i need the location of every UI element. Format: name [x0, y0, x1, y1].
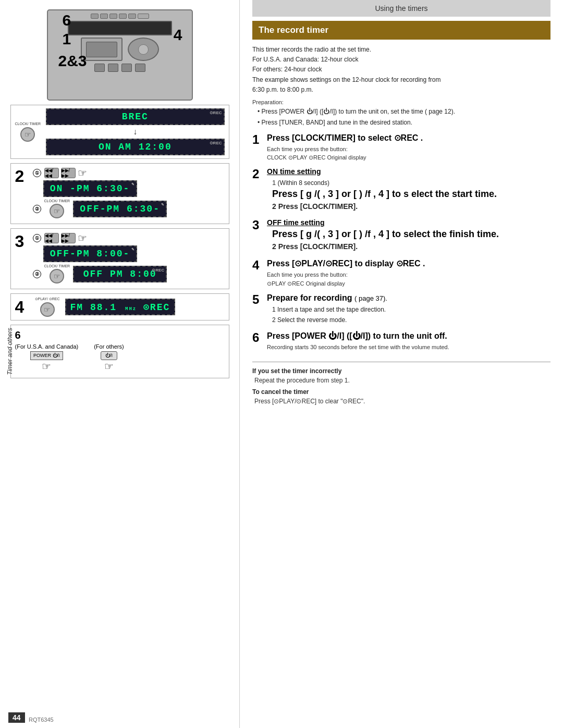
intro-text: This timer records the radio at the set … [252, 45, 550, 95]
next-btn-3: ▶▶/▶▶ [61, 233, 76, 243]
divider-1 [252, 362, 550, 362]
section-title: The record timer [252, 21, 550, 40]
left-step-6-container: 6 (For U.S.A. and Canada) POWER ⏻/I ☞ (F… [10, 325, 229, 378]
display-off-pm-630: OFF-PM 6:30- ✎ [73, 201, 167, 217]
device-num-1: 1 [63, 30, 71, 48]
power-button-usa: POWER ⏻/I [30, 351, 63, 360]
display-off-pm-800a: OFF-PM 8:00- ✎ [43, 245, 137, 262]
left-panel: Timer and others [0, 0, 240, 728]
instruction-step-6: 6 Press [POWER ⏻/I] ([⏻/I]) to turn the … [252, 331, 550, 351]
power-button-others: ⏻/I [101, 351, 117, 360]
step3-circle-2: ② [33, 270, 41, 278]
clock-timer-button-3: CLOCK/ TIMER ☞ [44, 264, 70, 283]
instruction-step-1: 1 Press [CLOCK/TIMER] to select ⊙REC . E… [252, 133, 550, 162]
preparation-section: Preparation: • Press [POWER ⏻/I] ([⏻/I])… [252, 99, 550, 129]
device-illustration: 6 1 4 2&3 [47, 9, 193, 101]
arrow-down-1: ↓ [46, 127, 224, 137]
device-num-23: 2&3 [58, 52, 87, 70]
next-btn-2: ▶▶/▶▶ [61, 168, 76, 178]
header-bar: Using the timers [252, 0, 550, 17]
step3-circle-1: ① [33, 234, 41, 242]
rqt-label: RQT6345 [29, 717, 54, 723]
right-panel: Using the timers The record timer This t… [240, 0, 563, 728]
hand-3a: ☞ [78, 232, 87, 244]
step2-circle-2: ② [33, 205, 41, 213]
prev-btn-2: ◀◀/◀◀ [44, 168, 59, 178]
device-num-6: 6 [63, 11, 71, 29]
device-num-4: 4 [174, 26, 182, 44]
side-label: Timer and others [6, 328, 14, 375]
prev-btn-3: ◀◀/◀◀ [44, 233, 59, 243]
play-rec-button-4: ⊙PLAY/ ⊙REC ☞ [35, 297, 60, 317]
step6-num: 6 [15, 329, 225, 341]
left-step-1: CLOCK/ TIMER ☞ BREC ⊙REC ↓ ON AM 12:00 ⊙… [10, 105, 229, 159]
hand-2a: ☞ [78, 167, 87, 179]
left-step-3-container: 3 ① ◀◀/◀◀ ▶▶/▶▶ ☞ OFF-PM 8:0 [10, 228, 229, 289]
display-brec: BREC ⊙REC [46, 108, 224, 125]
step4-big-num: 4 [15, 298, 30, 317]
left-step-2-container: 2 ① ◀◀/◀◀ ▶▶/▶▶ ☞ [10, 163, 229, 224]
note-incorrect: If you set the timer incorrectly Repeat … [252, 367, 550, 385]
display-on-am-12: ON AM 12:00 ⊙REC [46, 139, 224, 155]
hand-6a: ☞ [42, 360, 51, 373]
left-step-4-container: 4 ⊙PLAY/ ⊙REC ☞ FM 88.1 MHz ⊙REC [10, 293, 229, 320]
step2-circle-1: ① [33, 169, 41, 177]
note-cancel: To cancel the timer Press [⊙PLAY/⊙REC] t… [252, 388, 550, 406]
display-off-pm-800b: OFF PM 8:00 ⊙REC [73, 266, 167, 282]
instruction-step-2: 2 ON time setting 1 (Within 8 seconds) P… [252, 167, 550, 214]
instruction-step-3: 3 OFF time setting Press [ g /( , 3 ] or… [252, 218, 550, 253]
hand-6b: ☞ [104, 360, 114, 373]
page-number: 44 [8, 712, 25, 723]
using-timers-label: Using the timers [375, 4, 427, 13]
step3-big-num: 3 [15, 232, 30, 251]
display-on-pm-630: ON -PM 6:30- ✎ [43, 180, 137, 197]
step2-big-num: 2 [15, 167, 30, 186]
instruction-step-5: 5 Prepare for recording ( page 37). 1 In… [252, 293, 550, 326]
display-fm-881: FM 88.1 MHz ⊙REC [65, 299, 176, 315]
clock-timer-button-2: CLOCK/ TIMER ☞ [44, 199, 70, 218]
clock-timer-button-1: CLOCK/ TIMER ☞ [15, 122, 41, 142]
instruction-step-4: 4 Press [⊙PLAY/⊙REC] to display ⊙REC . E… [252, 258, 550, 288]
